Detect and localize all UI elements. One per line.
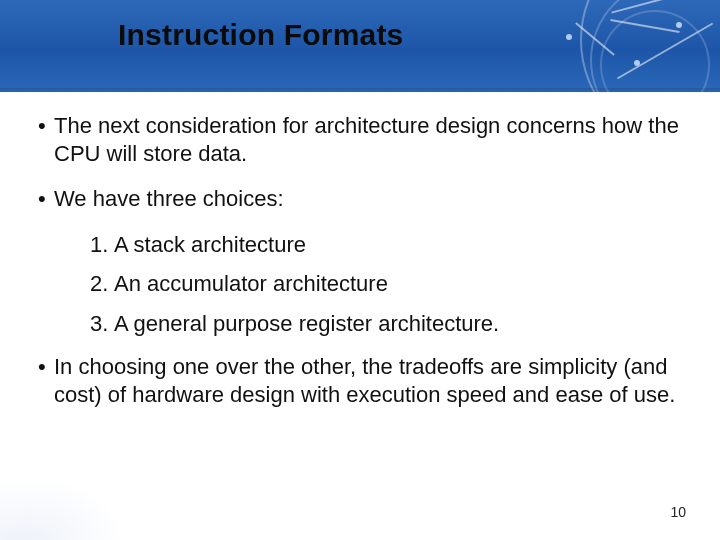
bullet-text: In choosing one over the other, the trad… [54,353,692,408]
bullet-text: We have three choices: [54,185,692,213]
header-shadow [0,88,720,94]
bullet-dot-icon: • [28,353,54,408]
slide-body: • The next consideration for architectur… [0,100,720,540]
list-item: 2. An accumulator architecture [90,270,692,298]
bullet-item: • In choosing one over the other, the tr… [28,353,692,408]
bullet-text: The next consideration for architecture … [54,112,692,167]
slide-header: Instruction Formats [0,0,720,92]
bullet-dot-icon: • [28,185,54,213]
list-item: 1. A stack architecture [90,231,692,259]
numbered-list: 1. A stack architecture 2. An accumulato… [90,231,692,338]
list-text: A stack architecture [114,231,306,259]
list-text: A general purpose register architecture. [114,310,499,338]
bullet-item: • The next consideration for architectur… [28,112,692,167]
list-item: 3. A general purpose register architectu… [90,310,692,338]
list-number: 3. [90,310,114,338]
bullet-dot-icon: • [28,112,54,167]
header-decorative-graphic [500,0,720,92]
list-number: 1. [90,231,114,259]
page-number: 10 [670,504,686,520]
bullet-item: • We have three choices: [28,185,692,213]
list-text: An accumulator architecture [114,270,388,298]
list-number: 2. [90,270,114,298]
slide-title: Instruction Formats [118,18,404,52]
